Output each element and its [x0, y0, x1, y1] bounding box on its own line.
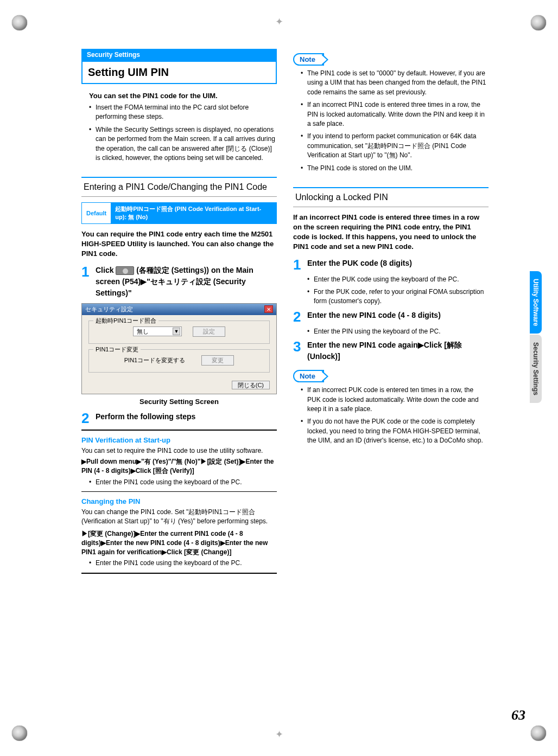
step-number: 1: [81, 265, 91, 299]
step-2-text: Perform the following steps: [96, 411, 277, 425]
subheading-enter-change: Entering a PIN1 Code/Changing the PIN1 C…: [81, 177, 277, 197]
step-number: 3: [293, 339, 303, 362]
close-icon[interactable]: ✕: [264, 305, 273, 313]
changing-pin-flow: ▶[変更 (Change)]▶Enter the current PIN1 co…: [81, 529, 277, 556]
dialog-title: セキュリティ設定: [85, 305, 133, 313]
step-number: 2: [81, 411, 91, 425]
list-item: For the PUK code, refer to your original…: [307, 287, 489, 306]
reg-mark-top: ✦: [274, 16, 284, 27]
list-item: Enter the PIN1 code using the keyboard o…: [89, 559, 277, 568]
divider: [81, 491, 277, 492]
divider: [81, 430, 277, 431]
combo-value: 無し: [137, 328, 149, 336]
pin-verification-heading: PIN Verification at Start-up: [81, 436, 277, 444]
unlock-step-2-text: Enter the new PIN1 code (4 - 8 digits): [307, 310, 489, 324]
unlock-step-3: 3 Enter the new PIN1 code again▶Click [解…: [293, 339, 489, 362]
intro-bullet: While the Security Settings screen is di…: [89, 125, 277, 163]
right-column: Note The PIN1 code is set to "0000" by d…: [293, 49, 489, 579]
close-button[interactable]: 閉じる(C): [232, 381, 270, 389]
default-row: Default 起動時PINコード照合 (PIN Code Verificati…: [81, 202, 277, 224]
list-item: If you intend to perform packet communic…: [301, 132, 489, 160]
security-settings-dialog: セキュリティ設定 ✕ 起動時PIN1コード照合 無し ▼ 設定 PIN1コード変…: [81, 303, 277, 394]
changing-pin-heading: Changing the PIN: [81, 497, 277, 505]
note-2-bullets: If an incorrect PUK code is entered ten …: [301, 386, 489, 445]
list-item: If an incorrect PUK code is entered ten …: [301, 386, 489, 414]
settings-icon: [116, 266, 134, 275]
pin-verification-flow: ▶Pull down menu▶"有 (Yes)"/"無 (No)"▶[設定 (…: [81, 457, 277, 476]
page-title: Setting UIM PIN: [81, 61, 277, 84]
set-button[interactable]: 設定: [193, 326, 225, 337]
dialog-titlebar: セキュリティ設定 ✕: [82, 304, 276, 315]
print-mark-bl: [12, 726, 27, 741]
unlock-step-3-text: Enter the new PIN1 code again▶Click [解除 …: [307, 339, 489, 362]
side-tab-security: Security Settings: [530, 335, 542, 403]
note-badge: Note: [293, 53, 324, 66]
intro-text: You can set the PIN1 code for the UIM.: [89, 92, 277, 100]
chevron-down-icon: ▼: [173, 328, 180, 335]
unlock-step-1-bullets: Enter the PUK code using the keyboard of…: [307, 275, 489, 306]
list-item: The PIN1 code is stored on the UIM.: [301, 164, 489, 173]
list-item: Enter the PIN1 code using the keyboard o…: [89, 478, 277, 487]
unlock-step-2-bullets: Enter the PIN using the keyboard of the …: [307, 327, 489, 336]
unlock-step-1: 1 Enter the PUK code (8 digits): [293, 258, 489, 272]
default-value: 起動時PINコード照合 (PIN Code Verification at St…: [111, 203, 276, 223]
unlock-body: If an incorrect PIN1 code is entered thr…: [293, 213, 489, 252]
unlock-step-1-text: Enter the PUK code (8 digits): [307, 258, 489, 272]
left-column: Security Settings Setting UIM PIN You ca…: [81, 49, 277, 579]
print-mark-tr: [531, 15, 546, 30]
note-1-bullets: The PIN1 code is set to "0000" by defaul…: [301, 69, 489, 173]
step-2: 2 Perform the following steps: [81, 411, 277, 425]
note-badge: Note: [293, 370, 324, 382]
reg-mark-bottom: ✦: [274, 729, 284, 740]
fieldset-startup-pin: 起動時PIN1コード照合 無し ▼ 設定: [88, 321, 270, 344]
step-number: 1: [293, 258, 303, 272]
changing-pin-bullets: Enter the PIN1 code using the keyboard o…: [89, 559, 277, 568]
changing-pin-text: You can change the PIN1 code. Set "起動時PI…: [81, 508, 277, 526]
list-item: Enter the PUK code using the keyboard of…: [307, 275, 489, 284]
list-item: If you do not have the PUK code or the c…: [301, 417, 489, 445]
pin-verification-text: You can set to require the PIN1 code to …: [81, 446, 277, 456]
fieldset-legend: PIN1コード変更: [93, 345, 141, 354]
list-item: The PIN1 code is set to "0000" by defaul…: [301, 69, 489, 97]
step-number: 2: [293, 310, 303, 324]
fieldset-legend: 起動時PIN1コード照合: [93, 317, 158, 325]
side-tabs: Utility Software Security Settings: [530, 271, 542, 403]
step-1-pre: Click: [96, 266, 116, 274]
subheading-unlock: Unlocking a Locked PIN: [293, 187, 489, 207]
divider: [81, 573, 277, 574]
step-1: 1 Click (各種設定 (Settings)) on the Main sc…: [81, 265, 277, 299]
dialog-caption: Security Setting Screen: [81, 398, 277, 406]
unlock-step-2: 2 Enter the new PIN1 code (4 - 8 digits): [293, 310, 489, 324]
section-label: Security Settings: [81, 49, 277, 61]
pin-verification-bullets: Enter the PIN1 code using the keyboard o…: [89, 478, 277, 487]
change-pin-text: PIN1コードを変更する: [124, 356, 185, 364]
list-item: If an incorrect PIN1 code is entered thr…: [301, 100, 489, 129]
print-mark-br: [531, 726, 546, 741]
step-1-text: Click (各種設定 (Settings)) on the Main scre…: [96, 265, 277, 299]
list-item: Enter the PIN using the keyboard of the …: [307, 327, 489, 336]
fieldset-change-pin: PIN1コード変更 PIN1コードを変更する 変更: [88, 349, 270, 373]
change-button[interactable]: 変更: [201, 355, 234, 366]
intro-bullets: Insert the FOMA terminal into the PC car…: [89, 103, 277, 163]
startup-pin-combo[interactable]: 無し ▼: [133, 326, 182, 336]
intro-bullet: Insert the FOMA terminal into the PC car…: [89, 103, 277, 122]
page-number: 63: [511, 707, 525, 723]
side-tab-utility: Utility Software: [530, 271, 542, 334]
body-text: You can require the PIN1 code entry each…: [81, 229, 277, 259]
default-label: Default: [82, 203, 111, 223]
print-mark-tl: [12, 15, 27, 30]
